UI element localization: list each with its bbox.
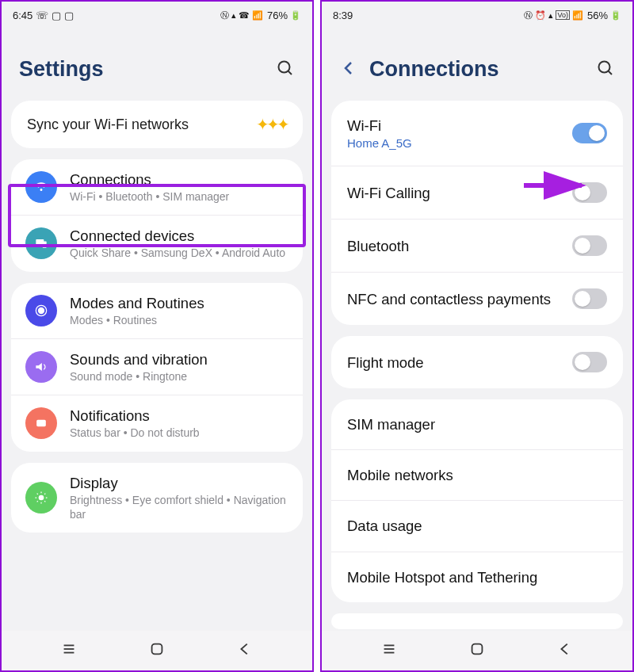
back-button[interactable] [556,640,574,661]
wifi-icon: ▴ [548,10,553,21]
svg-line-1 [288,71,292,74]
row-title: Bluetooth [347,237,564,255]
connections-group-1: Wi-Fi Home A_5G Wi-Fi Calling Bluetooth … [331,101,623,325]
item-sub: Sound mode • Ringtone [70,369,288,384]
connections-group-4 [331,613,623,629]
recents-button[interactable] [60,640,78,661]
status-time: 6:45 [13,10,32,21]
settings-group-2: Modes and Routines Modes • Routines Soun… [11,283,303,452]
settings-group-3: Display Brightness • Eye comfort shield … [11,463,303,533]
volte-icon: ☎ [239,10,250,21]
item-sub: Quick Share • Samsung DeX • Android Auto [70,246,288,260]
recents-button[interactable] [380,640,398,661]
row-title: Wi-Fi [347,116,564,135]
item-title: Notifications [70,407,288,425]
display-icon [25,482,57,514]
home-button[interactable] [468,640,486,661]
wifi-icon: ▴ [231,10,236,21]
page-title: Settings [19,57,265,82]
search-icon[interactable] [596,59,615,81]
volte-icon: Vo) [556,10,570,20]
settings-screen: 6:45 ☏ ▢ ▢ Ⓝ ▴ ☎ 📶 76% 🔋 Settings Sync y… [0,0,314,672]
svg-point-23 [599,61,610,72]
signal-icon: 📶 [572,10,583,21]
wifi-icon [25,171,57,203]
search-icon[interactable] [276,59,295,81]
settings-item-notifications[interactable]: Notifications Status bar • Do not distur… [11,395,303,451]
item-sub: Wi-Fi • Bluetooth • SIM manager [70,189,288,204]
svg-rect-29 [472,644,483,655]
settings-item-connected-devices[interactable]: Connected devices Quick Share • Samsung … [11,215,303,271]
battery-percent: 56% [587,10,608,21]
wifi-row[interactable]: Wi-Fi Home A_5G [331,101,623,166]
connections-group-3: SIM manager Mobile networks Data usage M… [331,399,623,602]
item-title: Connections [70,170,288,189]
settings-item-display[interactable]: Display Brightness • Eye comfort shield … [11,463,303,533]
row-title: Mobile Hotspot and Tethering [347,568,607,586]
svg-line-15 [37,493,38,494]
wifi-network-name: Home A_5G [347,136,564,150]
wifi-calling-toggle[interactable] [572,182,607,203]
bluetooth-row[interactable]: Bluetooth [331,219,623,272]
svg-rect-22 [152,644,162,655]
svg-point-7 [38,422,40,424]
row-title: Data usage [347,517,607,535]
mobile-networks-row[interactable]: Mobile networks [331,449,623,500]
instagram-icon: ▢ [64,10,74,21]
data-usage-row[interactable]: Data usage [331,500,623,551]
row-title: Wi-Fi Calling [347,184,564,202]
home-button[interactable] [148,640,166,661]
connections-group-2: Flight mode [331,336,623,388]
notification-icon [25,407,57,439]
content: Sync your Wi-Fi networks ✦✦✦ Connections… [2,101,312,631]
flight-mode-toggle[interactable] [572,352,607,372]
settings-item-modes[interactable]: Modes and Routines Modes • Routines [11,283,303,338]
item-title: Sounds and vibration [70,350,288,368]
status-bar: 8:39 Ⓝ ⏰ ▴ Vo) 📶 56% 🔋 [322,2,632,25]
nfc-toggle[interactable] [572,288,607,309]
battery-icon: 🔋 [290,10,301,21]
nfc-icon: Ⓝ [524,10,533,21]
nav-bar [2,631,312,670]
item-sub: Brightness • Eye comfort shield • Naviga… [70,493,288,521]
bluetooth-toggle[interactable] [572,235,607,256]
svg-rect-3 [43,242,47,248]
settings-group-1: Connections Wi-Fi • Bluetooth • SIM mana… [11,159,303,272]
item-title: Connected devices [70,227,288,245]
item-title: Modes and Routines [70,294,288,312]
row-title: Flight mode [347,353,564,372]
flight-mode-row[interactable]: Flight mode [331,336,623,388]
settings-item-sounds[interactable]: Sounds and vibration Sound mode • Ringto… [11,338,303,395]
svg-point-10 [39,494,44,500]
settings-item-connections[interactable]: Connections Wi-Fi • Bluetooth • SIM mana… [11,159,303,215]
sound-icon [25,351,57,383]
content: Wi-Fi Home A_5G Wi-Fi Calling Bluetooth … [322,101,632,631]
wifi-toggle[interactable] [572,123,607,143]
battery-icon: 🔋 [610,10,621,21]
item-title: Display [70,474,288,492]
svg-line-17 [37,501,38,502]
row-title: NFC and contactless payments [347,290,564,308]
svg-point-8 [40,422,42,424]
battery-percent: 76% [267,10,288,21]
page-title: Connections [369,57,585,82]
back-icon[interactable] [339,59,358,81]
row-title: Mobile networks [347,466,607,484]
sim-manager-row[interactable]: SIM manager [331,399,623,449]
svg-point-0 [279,61,290,72]
signal-icon: 📶 [252,10,263,21]
nfc-row[interactable]: NFC and contactless payments [331,272,623,325]
row-title: SIM manager [347,415,607,433]
header: Settings [2,25,312,101]
wifi-calling-row[interactable]: Wi-Fi Calling [331,166,623,219]
nav-bar [322,631,632,670]
item-sub: Modes • Routines [70,313,288,327]
svg-line-16 [44,501,45,502]
hotspot-row[interactable]: Mobile Hotspot and Tethering [331,552,623,602]
back-button[interactable] [236,640,254,661]
nfc-icon: Ⓝ [220,10,229,21]
status-time: 8:39 [333,10,353,21]
sync-wifi-card[interactable]: Sync your Wi-Fi networks ✦✦✦ [11,101,303,148]
svg-point-9 [42,422,44,424]
instagram-icon: ▢ [52,10,61,21]
